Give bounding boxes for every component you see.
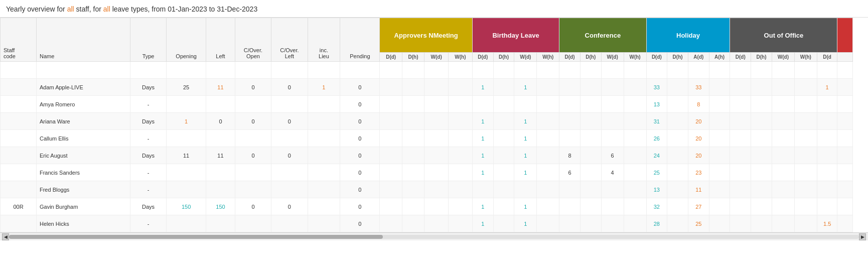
conference-header-label: Conference [559,18,646,52]
birthday-wd: W(d) [514,53,537,62]
group-conference: Conference [559,18,646,53]
scrollbar-track[interactable] [9,235,859,239]
scroll-left-arrow[interactable]: ◀ [2,233,9,240]
holiday-header-label: Holiday [647,18,730,52]
scroll-right-arrow[interactable]: ▶ [859,233,866,240]
table-row: Amya Romero-0138 [1,96,853,113]
col-pending: Pending [340,18,380,62]
table-row: Callum Ellis-0112620 [1,130,853,147]
conference-wd: W(d) [601,53,624,62]
holiday-dd: D(d) [646,53,667,62]
yearly-overview-table: Staffcode Name Type Opening Left C/Over.… [0,18,853,232]
table-row: Francis Sanders-011642523 [1,164,853,181]
ooo-dd2: D(d [817,53,837,62]
ooo-wd: W(d) [772,53,794,62]
ooo-dh: D(h) [751,53,772,62]
holiday-dh: D(h) [667,53,688,62]
conference-dh: D(h) [580,53,601,62]
birthday-header-label: Birthday Leave [473,18,559,52]
group-birthday: Birthday Leave [472,18,559,53]
conference-wh: W(h) [624,53,646,62]
approvers-wh: W(h) [449,53,473,62]
ooo-dd: D(d) [730,53,751,62]
group-out-of-office: Out of Office [730,18,837,53]
holiday-ad: A(d) [688,53,709,62]
extra-sub [837,53,853,62]
table-row: Helen Hicks-01128251.5 [1,215,853,232]
table-row: 00RGavin BurghamDays150150000113227 [1,198,853,215]
birthday-wh: W(h) [537,53,559,62]
approvers-dd: D(d) [380,53,402,62]
col-inc-lieu: inc.Lieu [308,18,340,62]
group-extra [837,18,853,53]
table-body: Adam Apple-LIVEDays251100101133331Amya R… [1,62,853,232]
col-cover-open: C/Over.Open [235,18,271,62]
approvers-dh: D(h) [402,53,424,62]
table-row: Eric AugustDays111100011862420 [1,147,853,164]
group-approvers: Approvers NMeeting [380,18,472,53]
col-type: Type [130,18,167,62]
col-left: Left [206,18,235,62]
col-opening: Opening [167,18,206,62]
conference-dd: D(d) [559,53,581,62]
ooo-wh: W(h) [794,53,817,62]
scrollbar-thumb[interactable] [9,235,383,239]
table-row [1,62,853,79]
holiday-ah: A(h) [709,53,730,62]
horizontal-scrollbar[interactable]: ◀ ▶ [0,232,868,240]
col-name: Name [36,18,130,62]
out-of-office-header-label: Out of Office [730,18,837,52]
main-table-wrapper[interactable]: Staffcode Name Type Opening Left C/Over.… [0,17,868,232]
col-staff-code: Staffcode [1,18,37,62]
table-row: Adam Apple-LIVEDays251100101133331 [1,79,853,96]
page-title: Yearly overview for all staff, for all l… [0,0,868,17]
birthday-dh: D(h) [493,53,514,62]
group-holiday: Holiday [646,18,730,53]
approvers-header-label: Approvers NMeeting [380,18,472,52]
table-row: Ariana WareDays10000113120 [1,113,853,130]
approvers-wd: W(d) [424,53,449,62]
birthday-dd: D(d) [472,53,493,62]
col-cover-left: C/Over.Left [271,18,308,62]
table-row: Fred Bloggs-01311 [1,181,853,198]
